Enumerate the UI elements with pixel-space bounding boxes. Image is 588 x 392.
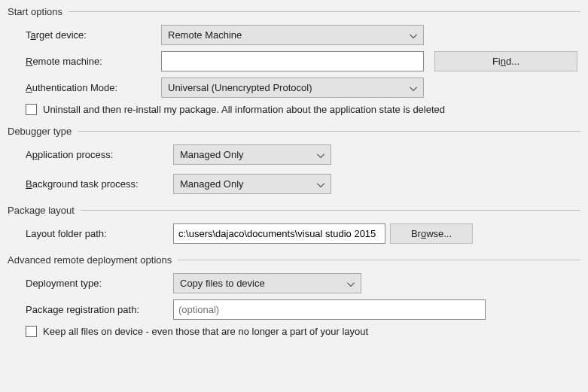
find-button[interactable]: Find... — [434, 51, 577, 71]
section-header: Debugger type — [8, 126, 580, 137]
select-value: Managed Only — [180, 149, 244, 160]
chevron-down-icon — [410, 29, 417, 41]
divider — [69, 11, 580, 12]
chevron-down-icon — [317, 178, 324, 190]
pkg-reg-input[interactable] — [173, 299, 486, 320]
deploy-type-select[interactable]: Copy files to device — [173, 273, 361, 293]
select-value: Managed Only — [180, 178, 244, 190]
section-package-layout: Package layout Layout folder path: Brows… — [8, 205, 580, 244]
label-app-process: Application process: — [26, 149, 173, 160]
row-bg-process: Background task process: Managed Only — [8, 174, 580, 194]
chevron-down-icon — [347, 278, 355, 289]
section-header: Package layout — [8, 205, 580, 216]
uninstall-label: Uninstall and then re-install my package… — [43, 104, 445, 115]
label-deploy-type: Deployment type: — [26, 278, 173, 289]
row-auth-mode: Authentication Mode: Universal (Unencryp… — [8, 77, 580, 98]
select-value: Remote Machine — [168, 29, 242, 41]
section-header: Advanced remote deployment options — [8, 254, 580, 266]
divider — [78, 131, 580, 132]
divider — [81, 210, 580, 211]
row-layout-path: Layout folder path: Browse... — [8, 223, 580, 244]
chevron-down-icon — [410, 82, 417, 93]
section-advanced: Advanced remote deployment options Deplo… — [8, 254, 580, 337]
remote-machine-input[interactable] — [161, 51, 424, 71]
label-layout-path: Layout folder path: — [26, 228, 173, 239]
row-target-device: Target device: Remote Machine — [8, 25, 580, 45]
row-keep-files-checkbox: Keep all files on device - even those th… — [8, 326, 580, 337]
section-title: Package layout — [8, 205, 75, 216]
row-deploy-type: Deployment type: Copy files to device — [8, 273, 580, 293]
row-remote-machine: Remote machine: Find... — [8, 51, 580, 71]
chevron-down-icon — [317, 149, 324, 160]
row-uninstall-checkbox: Uninstall and then re-install my package… — [8, 104, 580, 115]
label-pkg-reg-path: Package registration path: — [26, 304, 173, 315]
auth-mode-select[interactable]: Universal (Unencrypted Protocol) — [161, 77, 424, 98]
browse-button[interactable]: Browse... — [390, 223, 473, 244]
section-header: Start options — [8, 6, 580, 17]
label-auth-mode: Authentication Mode: — [26, 82, 161, 93]
section-title: Advanced remote deployment options — [8, 254, 172, 266]
select-value: Copy files to device — [180, 278, 265, 289]
section-title: Start options — [8, 6, 62, 17]
keep-files-checkbox[interactable] — [26, 326, 37, 337]
keep-files-label: Keep all files on device - even those th… — [43, 326, 368, 337]
uninstall-checkbox[interactable] — [26, 104, 37, 115]
divider — [178, 260, 580, 260]
layout-path-input[interactable] — [173, 223, 385, 244]
section-debugger-type: Debugger type Application process: Manag… — [8, 126, 580, 194]
target-device-select[interactable]: Remote Machine — [161, 25, 424, 45]
label-bg-process: Background task process: — [26, 178, 173, 190]
section-title: Debugger type — [8, 126, 72, 137]
bg-process-select[interactable]: Managed Only — [173, 174, 331, 194]
label-target-device: Target device: — [26, 29, 161, 41]
label-remote-machine: Remote machine: — [26, 56, 161, 67]
app-process-select[interactable]: Managed Only — [173, 144, 331, 165]
select-value: Universal (Unencrypted Protocol) — [168, 82, 312, 93]
row-pkg-reg-path: Package registration path: — [8, 299, 580, 320]
section-start-options: Start options Target device: Remote Mach… — [8, 6, 580, 115]
row-app-process: Application process: Managed Only — [8, 144, 580, 165]
